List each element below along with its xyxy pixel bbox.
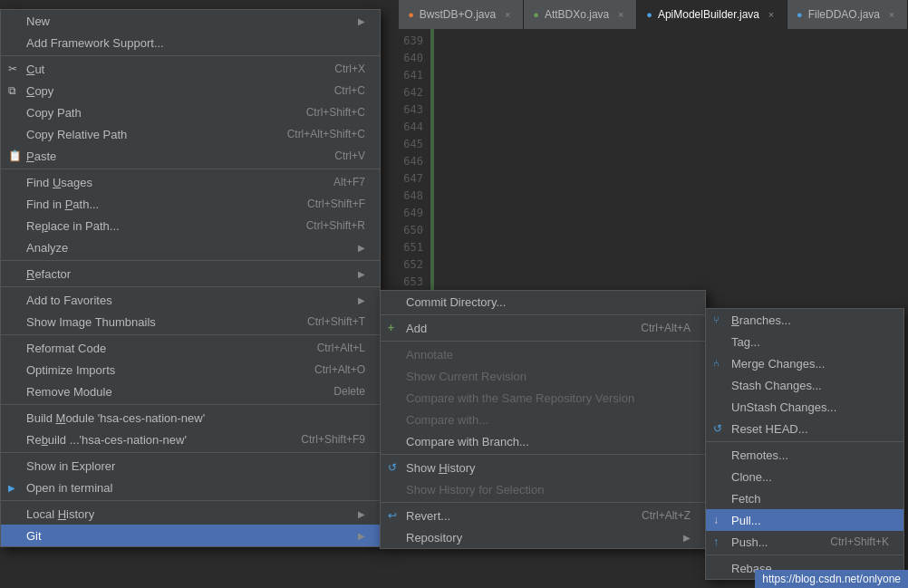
tab-close-AttBDXo[interactable]: × [614, 8, 627, 21]
git-submenu: Commit Directory... + Add Ctrl+Alt+A Ann… [380, 290, 706, 549]
menu-item-compare-with-branch[interactable]: Compare with Branch... [381, 430, 705, 452]
separator [381, 502, 705, 503]
menu-item-stash-changes[interactable]: Stash Changes... [706, 374, 903, 396]
separator [381, 454, 705, 455]
arrow-icon: ▶ [358, 509, 365, 519]
separator [706, 554, 903, 555]
menu-item-compare-same-repo: Compare with the Same Repository Version [381, 387, 705, 409]
arrow-icon: ▶ [358, 16, 365, 26]
separator [381, 341, 705, 342]
add-icon: + [388, 322, 394, 334]
menu-item-branches[interactable]: ⑂ Branches... [706, 309, 903, 331]
menu-item-add-to-favorites[interactable]: Add to Favorites ▶ [1, 289, 380, 311]
separator [706, 441, 903, 442]
merge-icon: ⑃ [713, 358, 720, 369]
menu-item-add[interactable]: + Add Ctrl+Alt+A [381, 317, 705, 339]
separator [381, 314, 705, 315]
menu-item-commit-directory[interactable]: Commit Directory... [381, 291, 705, 313]
tab-label: BwstDB+O.java [420, 8, 496, 21]
menu-item-clone[interactable]: Clone... [706, 466, 903, 487]
copy-icon: ⧉ [8, 84, 16, 97]
menu-item-compare-with: Compare with... [381, 409, 705, 430]
menu-item-push[interactable]: ↑ Push... Ctrl+Shift+K [706, 531, 903, 553]
menu-item-local-history[interactable]: Local History ▶ [1, 503, 380, 525]
tab-bar: ● BwstDB+O.java × ● AttBDXo.java × ● Api… [399, 0, 908, 29]
tab-close-ApiModelBuilder[interactable]: × [765, 8, 778, 21]
menu-item-new[interactable]: New ▶ [1, 10, 380, 32]
context-menu: New ▶ Add Framework Support... ✂ Cut Ctr… [0, 9, 381, 547]
menu-item-repository[interactable]: Repository ▶ [381, 526, 705, 548]
tab-close-FileDDAO[interactable]: × [885, 8, 898, 21]
tab-icon-blue2: ● [797, 9, 803, 20]
pull-icon: ↓ [713, 514, 719, 526]
push-icon: ↑ [713, 535, 719, 548]
menu-item-unstash-changes[interactable]: UnStash Changes... [706, 396, 903, 418]
menu-item-annotate: Annotate [381, 343, 705, 365]
menu-item-copy-path[interactable]: Copy Path Ctrl+Shift+C [1, 101, 380, 123]
menu-item-replace-in-path[interactable]: Replace in Path... Ctrl+Shift+R [1, 215, 380, 236]
scissors-icon: ✂ [8, 63, 17, 75]
menu-item-find-in-path[interactable]: Find in Path... Ctrl+Shift+F [1, 193, 380, 215]
menu-item-remotes[interactable]: Remotes... [706, 444, 903, 466]
menu-item-remove-module[interactable]: Remove Module Delete [1, 381, 380, 402]
terminal-icon: ▶ [8, 483, 15, 493]
menu-item-analyze[interactable]: Analyze ▶ [1, 236, 380, 258]
separator [1, 169, 380, 169]
menu-item-fetch[interactable]: Fetch [706, 487, 903, 509]
revert-icon: ↩ [388, 509, 397, 522]
menu-item-tag[interactable]: Tag... [706, 331, 903, 352]
history-icon: ↺ [388, 461, 397, 474]
menu-item-rebuild-module[interactable]: Rebuild ...'hsa-ces-nation-new' Ctrl+Shi… [1, 429, 380, 450]
menu-item-open-in-terminal[interactable]: ▶ Open in terminal [1, 477, 380, 498]
menu-item-copy-relative-path[interactable]: Copy Relative Path Ctrl+Alt+Shift+C [1, 123, 380, 145]
paste-icon: 📋 [8, 149, 22, 162]
menu-item-show-current-revision: Show Current Revision [381, 365, 705, 387]
tab-icon-green: ● [533, 9, 539, 20]
menu-item-reformat-code[interactable]: Reformat Code Ctrl+Alt+L [1, 337, 380, 359]
tab-label: FileDDAO.java [808, 8, 880, 21]
separator [1, 260, 380, 261]
tab-close-BwstDB[interactable]: × [501, 8, 514, 21]
arrow-icon: ▶ [358, 531, 365, 541]
tab-label: ApiModelBuilder.java [658, 8, 759, 21]
separator [1, 404, 380, 405]
menu-item-copy[interactable]: ⧉ Copy Ctrl+C [1, 80, 380, 101]
tab-ApiModelBuilder[interactable]: ● ApiModelBuilder.java × [637, 0, 787, 29]
separator [1, 334, 380, 335]
menu-item-revert[interactable]: ↩ Revert... Ctrl+Alt+Z [381, 505, 705, 526]
menu-item-git[interactable]: Git ▶ [1, 525, 380, 546]
arrow-icon: ▶ [358, 269, 365, 279]
tab-BwstDB[interactable]: ● BwstDB+O.java × [399, 0, 524, 29]
separator [1, 55, 380, 56]
tab-FileDDAO[interactable]: ● FileDDAO.java × [787, 0, 908, 29]
menu-item-optimize-imports[interactable]: Optimize Imports Ctrl+Alt+O [1, 359, 380, 381]
arrow-icon: ▶ [683, 533, 691, 543]
separator [1, 286, 380, 287]
reset-icon: ↺ [713, 422, 722, 435]
menu-item-show-history[interactable]: ↺ Show History [381, 457, 705, 478]
menu-item-find-usages[interactable]: Find Usages Alt+F7 [1, 171, 380, 193]
tab-AttBDXo[interactable]: ● AttBDXo.java × [524, 0, 637, 29]
tab-label: AttBDXo.java [545, 8, 609, 21]
menu-item-show-image-thumbnails[interactable]: Show Image Thumbnails Ctrl+Shift+T [1, 311, 380, 333]
menu-item-reset-head[interactable]: ↺ Reset HEAD... [706, 418, 903, 439]
arrow-icon: ▶ [358, 243, 365, 253]
menu-item-cut[interactable]: ✂ Cut Ctrl+X [1, 58, 380, 80]
menu-item-merge-changes[interactable]: ⑃ Merge Changes... [706, 352, 903, 374]
status-url-text: https://blog.csdn.net/onlyone [762, 573, 901, 585]
menu-item-refactor[interactable]: Refactor ▶ [1, 263, 380, 284]
status-bar-url: https://blog.csdn.net/onlyone [755, 570, 908, 588]
menu-item-show-in-explorer[interactable]: Show in Explorer [1, 455, 380, 477]
menu-item-pull[interactable]: ↓ Pull... [706, 509, 903, 531]
tab-icon-orange: ● [408, 9, 414, 20]
separator [1, 452, 380, 453]
separator [1, 500, 380, 501]
branches-icon: ⑂ [713, 314, 720, 325]
menu-item-build-module[interactable]: Build Module 'hsa-ces-nation-new' [1, 407, 380, 429]
menu-item-show-history-selection: Show History for Selection [381, 478, 705, 500]
menu-item-paste[interactable]: 📋 Paste Ctrl+V [1, 145, 380, 167]
menu-item-add-framework[interactable]: Add Framework Support... [1, 32, 380, 53]
repo-submenu: ⑂ Branches... Tag... ⑃ Merge Changes... … [705, 308, 904, 580]
arrow-icon: ▶ [358, 295, 365, 305]
tab-icon-blue: ● [646, 9, 652, 20]
